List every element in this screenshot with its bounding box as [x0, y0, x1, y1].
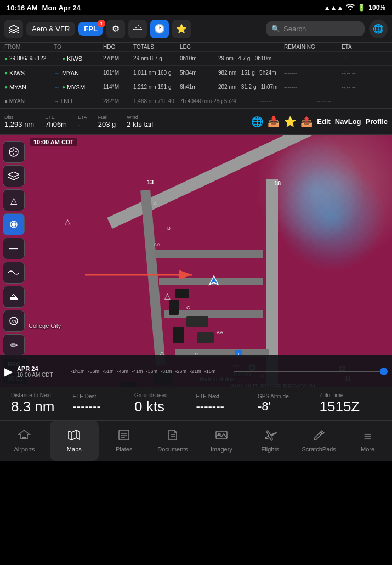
playback-track[interactable]: -1h1m -56m -51m -46m -41m -36m -31m -26m…: [71, 369, 225, 374]
row2-legdetail: 202 nm 31.2 g 1h07m: [218, 84, 284, 90]
share-tool-btn[interactable]: 📤: [300, 116, 313, 128]
tab-scratchpads[interactable]: ScratchPads: [294, 421, 343, 461]
tab-airports-label: Airports: [14, 446, 35, 453]
settings-button[interactable]: ⚙: [106, 20, 125, 38]
circle-num-button[interactable]: 35: [3, 310, 25, 332]
summary-eta-label: ETA: [78, 115, 87, 120]
tab-flights[interactable]: Flights: [246, 421, 294, 461]
tab-more[interactable]: ≡ More: [343, 421, 392, 461]
row3-leg: 7h 40: [180, 98, 194, 104]
top-toolbar: Aero & VFR FPL 1 ⚙ 🕐 ⭐ 🔍 🌐: [0, 15, 392, 43]
fpl-row-3[interactable]: ● MYAN → LKFE 282°M 1,468 nm 71L 40 7h 4…: [0, 94, 392, 108]
search-input[interactable]: [283, 25, 359, 33]
status-time: 10:16 AM: [7, 4, 38, 12]
map-container[interactable]: 10:00 AM CDT 13 18 22 31 36 A B AA AA C …: [0, 135, 392, 387]
profile-button[interactable]: Profile: [366, 117, 388, 126]
mountain-button[interactable]: ⛰: [3, 286, 25, 308]
tab-plates-label: Plates: [116, 446, 133, 453]
row1-remaining: -------: [284, 70, 342, 76]
row3-to: → LKFE: [54, 98, 103, 104]
stat-gps: GPS Altitude -8': [258, 393, 320, 414]
download-tool-btn[interactable]: 📥: [268, 116, 280, 128]
row2-eta: --:-- --: [342, 84, 374, 90]
tab-airports[interactable]: Airports: [0, 421, 49, 461]
twy-aa1: AA: [154, 242, 160, 247]
tab-more-label: More: [361, 446, 374, 453]
compass-button[interactable]: [3, 141, 25, 163]
tab-plates[interactable]: Plates: [100, 421, 149, 461]
summary-wind-label: Wind: [127, 115, 153, 120]
summary-wind: Wind 2 kts tail: [127, 115, 153, 128]
search-box[interactable]: 🔍: [266, 21, 365, 36]
twy-c1: C: [186, 305, 190, 310]
college-city-label: College City: [29, 323, 61, 329]
stat-ete: ETE Dest -------: [73, 393, 135, 414]
stat-gs-value: 0 kts: [134, 398, 164, 415]
fpl-button[interactable]: FPL 1: [78, 22, 103, 36]
terminal-5: [175, 289, 189, 298]
arrow-0: →: [54, 55, 60, 62]
twy-aa3: AA: [217, 330, 223, 335]
row0-remaining: -------: [284, 55, 342, 61]
row2-hdg: 114°M: [103, 84, 133, 90]
globe-tool-btn[interactable]: 🌐: [251, 116, 263, 128]
clock-button[interactable]: 🕐: [150, 20, 169, 38]
signal-button[interactable]: [128, 20, 147, 38]
row2-from: ● MYAN: [4, 84, 54, 91]
globe-button[interactable]: 🌐: [369, 20, 388, 38]
wave-button[interactable]: [3, 262, 25, 284]
layer-selector[interactable]: Aero & VFR: [26, 22, 75, 36]
fpl-row-1[interactable]: ● KIWS → MYAN 101°M 1,011 nm 160 g 5h34m…: [0, 65, 392, 80]
summary-ete: ETE 7h06m: [45, 115, 67, 128]
runway-num-18: 18: [274, 180, 281, 187]
triangle-button[interactable]: △: [3, 189, 25, 211]
stat-ete-next-value: -------: [196, 399, 224, 414]
minus-range[interactable]: —: [3, 238, 25, 259]
stat-dist-value: 8.3 nm: [11, 398, 55, 415]
header-to: TO: [54, 44, 103, 50]
map-time-label: 10:00 AM CDT: [30, 138, 77, 146]
tab-maps[interactable]: Maps: [50, 421, 99, 461]
navlog-button[interactable]: NavLog: [335, 117, 361, 126]
svg-rect-16: [119, 430, 129, 440]
fpl-row-2[interactable]: ● MYAN → ● MYSM 114°M 1,212 nm 191 g 6h4…: [0, 80, 392, 94]
wifi-icon: [346, 4, 355, 12]
layers-button[interactable]: [4, 20, 23, 38]
row3-totals: 1,468 nm 71L 40: [133, 98, 180, 104]
caret-2: △: [164, 291, 171, 300]
storm-button[interactable]: [3, 213, 25, 235]
track-handle[interactable]: [380, 368, 388, 375]
play-button[interactable]: ▶: [4, 365, 13, 378]
header-totals: TOTALS: [133, 44, 180, 50]
row0-legdetail: 29 nm 4.7 g 0h10m: [218, 55, 284, 61]
star-clock-button[interactable]: ⭐: [172, 20, 191, 38]
row2-to: → ● MYSM: [54, 84, 103, 91]
plates-icon: [117, 429, 130, 444]
status-bar: 10:16 AM Mon Apr 24 ▲▲▲ 🔋 100%: [0, 0, 392, 15]
battery-pct: 100%: [368, 4, 385, 12]
playback-info: APR 24 10:00 AM CDT: [17, 365, 66, 378]
dot-2: ●: [62, 84, 65, 90]
tab-documents[interactable]: Documents: [149, 421, 197, 461]
star-tool-btn[interactable]: ⭐: [284, 116, 296, 128]
pen-button[interactable]: ✏: [3, 334, 25, 356]
tab-imagery[interactable]: Imagery: [197, 421, 246, 461]
stat-zulu-value: 1515Z: [320, 398, 360, 415]
tab-documents-label: Documents: [157, 446, 188, 453]
row2-remaining: -------: [284, 84, 342, 90]
svg-text:35: 35: [12, 319, 16, 324]
fpl-row-0[interactable]: ● 29.806/-95.122 → ● KIWS 270°M 29 nm 8.…: [0, 51, 392, 65]
weather-blob-blue: [266, 135, 365, 245]
summary-fuel: Fuel 203 g: [98, 115, 116, 128]
summary-ete-label: ETE: [45, 115, 67, 120]
maps-icon: [67, 429, 81, 444]
terminal-1: [186, 316, 208, 327]
edit-button[interactable]: Edit: [317, 117, 331, 126]
track-labels: -1h1m -56m -51m -46m -41m -36m -31m -26m…: [71, 369, 225, 374]
track-line[interactable]: [234, 371, 388, 372]
stats-bar: Distance to Next 8.3 nm ETE Dest -------…: [0, 387, 392, 420]
layers2-button[interactable]: [3, 165, 25, 187]
twy-a: A: [154, 201, 157, 206]
row2-totals: 1,212 nm 191 g: [133, 84, 180, 90]
tab-scratchpads-label: ScratchPads: [302, 446, 336, 453]
